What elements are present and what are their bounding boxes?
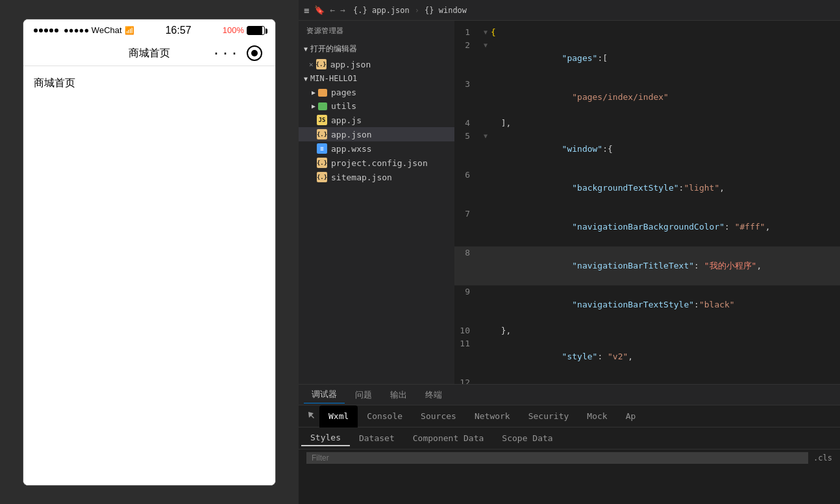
json-icon-sitemap: {.} xyxy=(317,172,327,182)
file-explorer: 资源管理器 ▼ 打开的编辑器 ✕ {.} app.json ▼ MIN-HELL… xyxy=(299,21,454,384)
carrier-label: ●●●●● WeChat xyxy=(64,25,122,35)
code-line-12: 12 "sitemapLocation": "sitemap.json" xyxy=(454,376,840,384)
tab-debugger[interactable]: 调试器 xyxy=(304,386,345,403)
inspector-tab-styles[interactable]: Styles xyxy=(301,430,350,446)
debug-tabs-row: 调试器 问题 输出 终端 xyxy=(299,385,840,405)
devtools-tab-console[interactable]: Console xyxy=(358,405,412,427)
open-editors-arrow: ▼ xyxy=(304,45,308,53)
json-icon-appjson: {.} xyxy=(317,129,327,139)
status-left: ●●●●● WeChat 📶 xyxy=(34,25,134,35)
devtools-tabs-row: Wxml Console Sources Network Security Mo… xyxy=(299,405,840,427)
filter-bar: .cls xyxy=(299,450,840,466)
devtools-tab-sources[interactable]: Sources xyxy=(412,405,465,427)
utils-arrow: ▶ xyxy=(312,102,315,110)
file-projectconfig[interactable]: {.} project.config.json xyxy=(299,156,454,170)
open-filename-appjson: app.json xyxy=(330,60,371,69)
devtools-tab-network[interactable]: Network xyxy=(465,405,519,427)
filename-projectconfig: project.config.json xyxy=(331,158,428,168)
inspector-tab-component[interactable]: Component Data xyxy=(404,431,493,446)
phone-status-bar: ●●●●● WeChat 📶 16:57 100% xyxy=(23,19,275,42)
code-line-10: 10 }, xyxy=(454,324,840,337)
phone-nav-bar: 商城首页 ··· xyxy=(23,42,275,66)
folder-utils-icon xyxy=(318,102,327,110)
code-line-3: 3 "pages/index/index" xyxy=(454,78,840,117)
phone-nav-record-btn[interactable] xyxy=(247,45,262,61)
bottom-panel: 调试器 问题 输出 终端 Wxml Console Sources Networ… xyxy=(299,384,840,504)
code-line-7: 7 "navigationBarBackgroundColor": "#fff"… xyxy=(454,208,840,246)
file-appwxss[interactable]: ≡ app.wxss xyxy=(299,141,454,156)
tab-output[interactable]: 输出 xyxy=(382,387,415,403)
ide-panel: ≡ 🔖 ← → {.} app.json › {} window 资源管理器 ▼… xyxy=(299,0,840,504)
open-editors-section[interactable]: ▼ 打开的编辑器 xyxy=(299,41,454,57)
devtools-tab-security[interactable]: Security xyxy=(519,405,578,427)
breadcrumb-appjson: {.} app.json xyxy=(353,6,410,15)
close-icon[interactable]: ✕ xyxy=(309,60,314,69)
pages-arrow: ▶ xyxy=(312,89,315,96)
signal-dots xyxy=(34,29,58,32)
json-icon-project: {.} xyxy=(317,158,327,168)
open-file-appjson[interactable]: ✕ {.} app.json xyxy=(299,57,454,71)
filename-sitemap: sitemap.json xyxy=(331,173,392,182)
js-icon: JS xyxy=(317,115,327,125)
explorer-header: 资源管理器 xyxy=(299,21,454,41)
code-line-2: 2 ▼ "pages":[ xyxy=(454,39,840,78)
code-line-11: 11 "style": "v2", xyxy=(454,337,840,376)
project-arrow: ▼ xyxy=(304,75,308,82)
project-name: MIN-HELLO1 xyxy=(310,74,357,83)
code-line-8: 8 "navigationBarTitleText": "我的小程序", xyxy=(454,246,840,285)
code-line-5: 5 ▼ "window":{ xyxy=(454,130,840,169)
status-time: 16:57 xyxy=(166,25,191,36)
folder-pages[interactable]: ▶ pages xyxy=(299,86,454,99)
list-icon[interactable]: ≡ xyxy=(304,5,309,16)
code-editor: 1 ▼ { 2 ▼ "pages":[ 3 xyxy=(454,21,840,384)
phone-panel: ●●●●● WeChat 📶 16:57 100% 商城首页 ··· 商城首页 xyxy=(0,0,299,504)
filename-appwxss: app.wxss xyxy=(331,144,372,154)
inspector-tab-dataset[interactable]: Dataset xyxy=(350,431,404,446)
inspector-cursor-icon[interactable] xyxy=(301,407,319,426)
battery-pct: 100% xyxy=(223,25,244,35)
file-sitemap[interactable]: {.} sitemap.json xyxy=(299,170,454,184)
folder-utils[interactable]: ▶ utils xyxy=(299,99,454,113)
devtools-tab-wxml[interactable]: Wxml xyxy=(319,405,358,427)
editor-toolbar: ≡ 🔖 ← → {.} app.json › {} window xyxy=(299,0,840,21)
battery-icon xyxy=(247,26,265,35)
status-right: 100% xyxy=(223,25,265,35)
inspector-tab-scope[interactable]: Scope Data xyxy=(493,431,562,446)
open-editors-label: 打开的编辑器 xyxy=(310,43,357,54)
devtools-tab-ap[interactable]: Ap xyxy=(617,405,645,427)
tab-terminal[interactable]: 终端 xyxy=(417,387,450,403)
file-appjson[interactable]: {.} app.json xyxy=(299,127,454,141)
wifi-icon: 📶 xyxy=(125,26,134,35)
tab-issues[interactable]: 问题 xyxy=(347,387,380,403)
project-section[interactable]: ▼ MIN-HELLO1 xyxy=(299,71,454,86)
folder-pages-label: pages xyxy=(331,88,356,97)
devtools-tab-mock[interactable]: Mock xyxy=(578,405,616,427)
back-button[interactable]: ← xyxy=(330,5,335,15)
explorer-editor-row: 资源管理器 ▼ 打开的编辑器 ✕ {.} app.json ▼ MIN-HELL… xyxy=(299,21,840,384)
phone-content: 商城首页 xyxy=(23,66,275,485)
wxss-icon: ≡ xyxy=(317,143,327,154)
inspector-tabs-row: Styles Dataset Component Data Scope Data xyxy=(299,427,840,450)
phone-frame: ●●●●● WeChat 📶 16:57 100% 商城首页 ··· 商城首页 xyxy=(23,19,276,486)
breadcrumb-sep1: › xyxy=(415,6,419,15)
code-line-6: 6 "backgroundTextStyle":"light", xyxy=(454,169,840,208)
cls-label[interactable]: .cls xyxy=(813,453,832,462)
folder-utils-label: utils xyxy=(331,101,356,111)
forward-button[interactable]: → xyxy=(340,5,345,15)
folder-pages-icon xyxy=(318,89,327,97)
filename-appjs: app.js xyxy=(331,115,362,125)
code-line-4: 4 ], xyxy=(454,117,840,130)
json-icon: {.} xyxy=(316,59,327,69)
filename-appjson: app.json xyxy=(331,130,372,139)
bookmark-icon[interactable]: 🔖 xyxy=(314,5,325,15)
code-line-9: 9 "navigationBarTextStyle":"black" xyxy=(454,285,840,324)
phone-nav-dots[interactable]: ··· xyxy=(212,45,240,61)
file-appjs[interactable]: JS app.js xyxy=(299,113,454,127)
code-content[interactable]: 1 ▼ { 2 ▼ "pages":[ 3 xyxy=(454,21,840,384)
filter-input[interactable] xyxy=(306,452,808,464)
phone-page-title: 商城首页 xyxy=(34,77,75,88)
code-line-1: 1 ▼ { xyxy=(454,26,840,39)
phone-nav-title: 商城首页 xyxy=(129,47,170,60)
breadcrumb-window: {} window xyxy=(425,6,467,15)
